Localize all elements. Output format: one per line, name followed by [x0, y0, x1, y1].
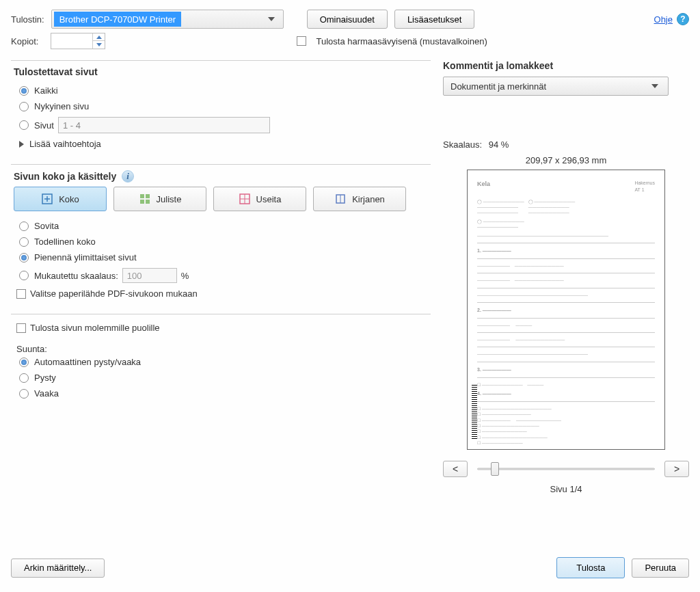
printer-select[interactable]: Brother DCP-7070DW Printer [51, 10, 284, 29]
spin-up-icon[interactable] [93, 33, 105, 41]
sizing-section: Sivun koko ja käsittely i Koko Juliste [11, 164, 431, 310]
label-auto-orient: Automaattinen pysty/vaaka [34, 357, 141, 367]
both-sides-checkbox[interactable] [16, 323, 26, 333]
tab-poster[interactable]: Juliste [113, 187, 206, 211]
both-sides-label: Tulosta sivun molemmille puolille [30, 323, 160, 333]
next-page-button[interactable]: > [664, 461, 689, 477]
label-portrait: Pysty [34, 373, 56, 383]
copies-spinner[interactable] [51, 33, 105, 49]
expand-icon[interactable] [19, 141, 24, 148]
radio-shrink[interactable] [19, 253, 29, 263]
svg-rect-4 [146, 200, 150, 204]
radio-landscape[interactable] [19, 389, 29, 399]
chevron-down-icon [651, 84, 658, 88]
page-setup-button[interactable]: Arkin määrittely... [11, 559, 105, 578]
pages-section: Tulostettavat sivut Kaikki Nykyinen sivu… [11, 60, 431, 160]
comments-forms-select[interactable]: Dokumentit ja merkinnät [443, 77, 669, 96]
size-icon [41, 193, 53, 205]
multiple-icon [239, 193, 251, 205]
print-button[interactable]: Tulosta [556, 557, 625, 578]
paper-source-checkbox[interactable] [16, 289, 26, 299]
svg-rect-1 [140, 194, 144, 198]
spin-down-icon[interactable] [93, 41, 105, 49]
poster-icon [139, 193, 151, 205]
label-landscape: Vaaka [34, 388, 59, 399]
radio-current-page[interactable] [19, 102, 29, 111]
radio-fit[interactable] [19, 221, 29, 231]
svg-rect-3 [140, 200, 144, 204]
advanced-button[interactable]: Lisäasetukset [394, 10, 475, 29]
help-link[interactable]: Ohje [654, 14, 673, 25]
scale-value: 94 % [489, 139, 509, 150]
tab-booklet[interactable]: Kirjanen [313, 187, 406, 211]
sizing-title: Sivun koko ja käsittely [14, 171, 116, 182]
custom-scale-input[interactable]: 100 [122, 268, 177, 283]
tab-multiple[interactable]: Useita [213, 187, 306, 211]
comments-title: Kommentit ja lomakkeet [443, 60, 689, 71]
svg-rect-2 [146, 194, 150, 198]
sizing-tabs: Koko Juliste Useita [14, 187, 428, 211]
page-preview: KelaHakemusAT 1 ◯ ——————————————————————… [467, 170, 665, 450]
pages-title: Tulostettavat sivut [14, 66, 428, 77]
page-indicator: Sivu 1/4 [443, 484, 689, 494]
label-all-pages: Kaikki [34, 85, 58, 96]
tab-booklet-label: Kirjanen [352, 194, 385, 204]
grayscale-checkbox[interactable] [297, 36, 306, 46]
printer-selected-value: Brother DCP-7070DW Printer [54, 12, 182, 27]
copies-label: Kopiot: [11, 36, 38, 46]
label-custom-scale: Mukautettu skaalaus: [34, 271, 118, 281]
dimensions-label: 209,97 x 296,93 mm [443, 155, 689, 165]
zoom-slider[interactable] [477, 462, 655, 476]
label-current-page: Nykyinen sivu [34, 101, 89, 111]
orientation-section: Tulosta sivun molemmille puolille Suunta… [11, 314, 431, 409]
more-options-label[interactable]: Lisää vaihtoehtoja [29, 139, 101, 149]
scale-label: Skaalaus: [443, 139, 482, 150]
label-actual-size: Todellinen koko [34, 237, 96, 247]
direction-label: Suunta: [14, 344, 428, 354]
percent-label: % [181, 271, 189, 281]
radio-all-pages[interactable] [19, 86, 29, 96]
cancel-button[interactable]: Peruuta [632, 559, 689, 578]
printer-label: Tulostin: [11, 14, 44, 25]
properties-button[interactable]: Ominaisuudet [307, 10, 388, 29]
prev-page-button[interactable]: < [443, 461, 468, 477]
radio-portrait[interactable] [19, 373, 29, 383]
grayscale-label: Tulosta harmaasävyisenä (mustavalkoinen) [316, 36, 487, 46]
tab-poster-label: Juliste [157, 194, 182, 204]
label-page-range: Sivut [34, 120, 54, 131]
info-icon[interactable]: i [122, 170, 134, 183]
radio-custom-scale[interactable] [19, 271, 29, 280]
comments-forms-value: Dokumentit ja merkinnät [450, 81, 546, 92]
tab-size[interactable]: Koko [14, 187, 107, 211]
slider-thumb[interactable] [491, 462, 499, 476]
chevron-down-icon [268, 17, 275, 21]
tab-size-label: Koko [59, 194, 79, 204]
help-icon[interactable]: ? [677, 13, 689, 25]
label-fit: Sovita [34, 221, 59, 231]
radio-auto-orient[interactable] [19, 358, 29, 367]
label-shrink: Pienennä ylimittaiset sivut [34, 252, 137, 263]
radio-actual-size[interactable] [19, 237, 29, 247]
barcode-icon [472, 385, 477, 440]
booklet-icon [334, 193, 347, 205]
page-range-input[interactable]: 1 - 4 [58, 117, 270, 133]
paper-source-label: Valitse paperilähde PDF-sivukoon mukaan [30, 288, 198, 299]
tab-multiple-label: Useita [256, 194, 282, 204]
radio-page-range[interactable] [19, 120, 29, 130]
